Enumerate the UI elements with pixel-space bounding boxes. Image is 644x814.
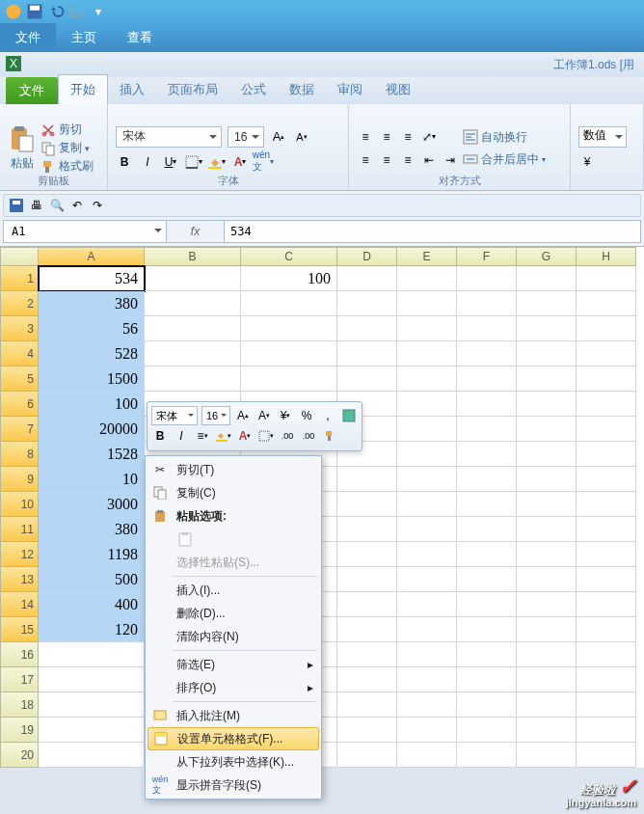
cell[interactable] (457, 667, 517, 692)
cell[interactable] (457, 517, 517, 542)
mini-percent-icon[interactable]: % (298, 407, 315, 424)
cell[interactable]: 1198 (39, 542, 145, 567)
ribbon-tab-data[interactable]: 数据 (278, 75, 326, 104)
row-header[interactable]: 5 (0, 366, 39, 392)
cell[interactable] (397, 517, 457, 542)
cell[interactable] (397, 592, 457, 617)
cell[interactable]: 528 (39, 341, 145, 366)
row-header[interactable]: 12 (0, 542, 39, 567)
cell[interactable] (397, 542, 457, 567)
cell[interactable]: 100 (39, 392, 145, 417)
cell[interactable] (397, 642, 457, 667)
mini-currency-icon[interactable]: ¥▾ (277, 407, 294, 424)
cell[interactable] (457, 743, 517, 768)
cell[interactable] (577, 316, 636, 341)
cell[interactable] (577, 642, 636, 667)
cell[interactable] (457, 617, 517, 642)
save-icon[interactable] (25, 3, 44, 20)
indent-dec-icon[interactable]: ⇤ (420, 151, 438, 169)
cell[interactable] (577, 467, 636, 492)
dropdown-icon[interactable]: ▾ (89, 3, 108, 20)
border-icon[interactable]: ▾ (185, 153, 202, 171)
cell[interactable] (39, 743, 145, 768)
merge-button[interactable]: 合并后居中▾ (463, 151, 546, 168)
mini-shrink-icon[interactable]: A▾ (255, 407, 273, 424)
cell[interactable] (39, 642, 145, 667)
row-header[interactable]: 1 (0, 266, 39, 291)
cell[interactable] (241, 341, 337, 366)
mini-fill-icon[interactable]: ▾ (215, 427, 232, 445)
align-middle-icon[interactable]: ≡ (378, 128, 395, 146)
cell[interactable] (337, 316, 397, 341)
cell[interactable] (517, 617, 577, 642)
col-header-D[interactable]: D (337, 247, 397, 266)
mini-dec-dec-icon[interactable]: .00 (300, 427, 317, 445)
cell[interactable] (517, 392, 577, 417)
cell[interactable] (517, 442, 577, 467)
shrink-font-icon[interactable]: A▾ (293, 128, 310, 146)
cell[interactable] (577, 291, 636, 316)
formula-input[interactable]: 534 (225, 220, 641, 243)
fill-color-icon[interactable]: ▾ (208, 153, 226, 171)
cell[interactable] (39, 667, 145, 692)
cell[interactable] (457, 266, 517, 291)
mini-brush-icon[interactable] (321, 427, 338, 445)
mini-grow-icon[interactable]: A▴ (234, 407, 252, 424)
ribbon-tab-layout[interactable]: 页面布局 (156, 75, 229, 104)
row-header[interactable]: 7 (0, 417, 39, 442)
col-header-C[interactable]: C (241, 247, 337, 266)
row-header[interactable]: 3 (0, 316, 39, 341)
cell[interactable] (517, 266, 577, 291)
row-header[interactable]: 15 (0, 617, 39, 642)
cell[interactable]: 20000 (39, 417, 145, 442)
cell[interactable] (337, 341, 397, 366)
cell[interactable]: 534 (39, 266, 145, 291)
cell[interactable] (337, 366, 397, 392)
row-header[interactable]: 10 (0, 492, 39, 517)
cell[interactable]: 100 (241, 266, 337, 291)
cell[interactable] (577, 417, 636, 442)
cell[interactable] (457, 467, 517, 492)
cell[interactable] (397, 492, 457, 517)
number-format-select[interactable]: 数值 (578, 126, 627, 148)
row-header[interactable]: 13 (0, 567, 39, 592)
ribbon-tab-start[interactable]: 开始 (58, 74, 108, 104)
mini-align-icon[interactable]: ≡▾ (194, 427, 211, 445)
copy-button[interactable]: 复制▾ (40, 140, 94, 156)
ctx-cut[interactable]: ✂剪切(T) (148, 458, 319, 481)
cell[interactable] (337, 743, 397, 768)
cell[interactable] (517, 667, 577, 692)
select-all-corner[interactable] (0, 247, 39, 266)
cell[interactable] (457, 692, 517, 718)
col-header-H[interactable]: H (577, 247, 636, 266)
mini-dec-inc-icon[interactable]: .00 (279, 427, 296, 445)
ctx-pinyin[interactable]: wén文显示拼音字段(S) (148, 773, 319, 797)
ribbon-tab-file[interactable]: 文件 (6, 77, 58, 104)
cell[interactable]: 3000 (39, 492, 145, 517)
cell[interactable] (517, 542, 577, 567)
row-header[interactable]: 14 (0, 592, 39, 617)
cell[interactable] (457, 417, 517, 442)
row-header[interactable]: 18 (0, 692, 39, 718)
cell[interactable] (241, 291, 337, 316)
cell[interactable] (397, 341, 457, 366)
cell[interactable] (145, 341, 241, 366)
cell[interactable] (337, 542, 397, 567)
cell[interactable] (397, 718, 457, 743)
font-size-select[interactable]: 16 (228, 126, 264, 148)
font-name-select[interactable]: 宋体 (116, 126, 222, 148)
row-header[interactable]: 16 (0, 642, 39, 667)
cell[interactable] (457, 366, 517, 392)
cell[interactable] (397, 417, 457, 442)
cell[interactable] (577, 542, 636, 567)
align-center-icon[interactable]: ≡ (378, 151, 395, 169)
cell[interactable] (577, 442, 636, 467)
cell[interactable] (517, 567, 577, 592)
cell[interactable] (337, 592, 397, 617)
row-header[interactable]: 2 (0, 291, 39, 316)
cell[interactable] (577, 718, 636, 743)
mini-font-color-icon[interactable]: A▾ (236, 427, 254, 445)
cell[interactable] (337, 492, 397, 517)
cell[interactable] (457, 291, 517, 316)
mini-bold-icon[interactable]: B (151, 427, 169, 445)
